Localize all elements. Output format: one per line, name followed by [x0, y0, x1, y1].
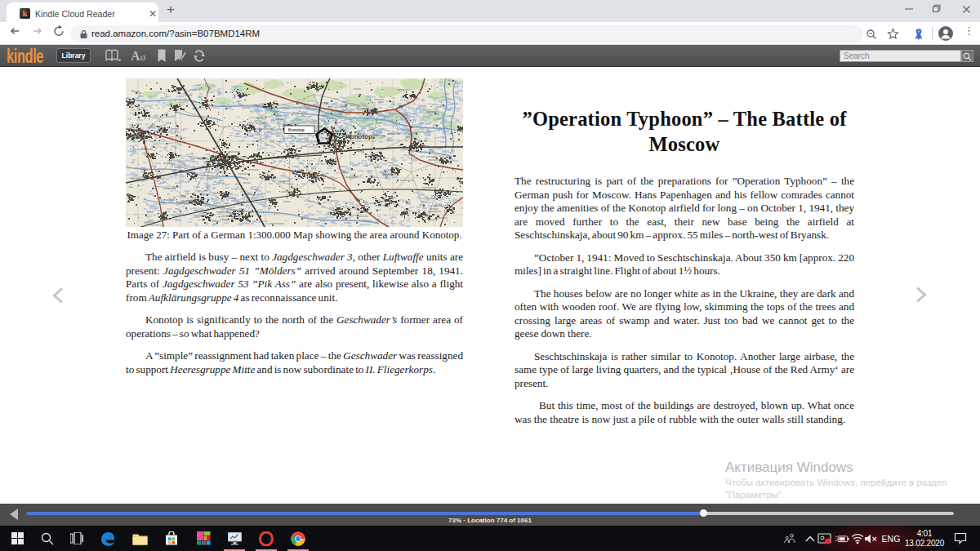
svg-text:a: a: [140, 51, 146, 63]
svg-text:Borsna: Borsna: [127, 132, 145, 139]
svg-text:Konotop: Konotop: [345, 133, 372, 140]
svg-text:A: A: [131, 49, 140, 63]
svg-text:Bachmatsch: Bachmatsch: [211, 153, 238, 159]
svg-text:Konotop: Konotop: [288, 128, 305, 132]
